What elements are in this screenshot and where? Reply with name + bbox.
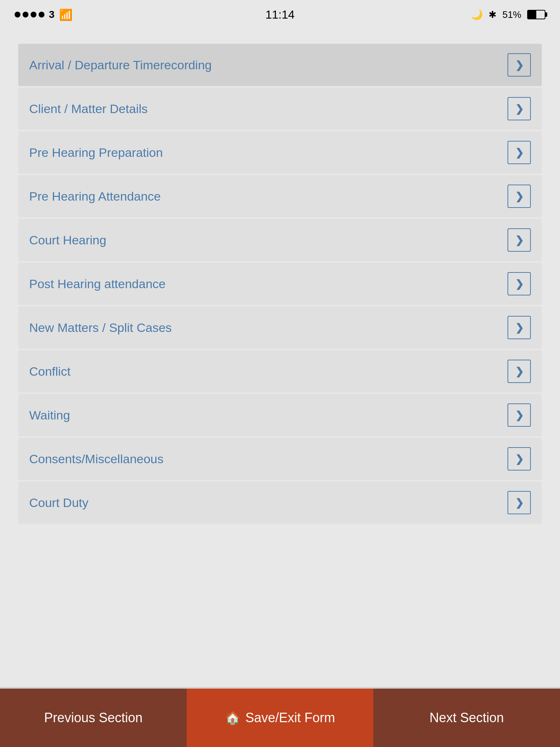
chevron-right-icon: ❯ — [515, 497, 524, 509]
chevron-right-icon: ❯ — [515, 147, 524, 159]
dot-2 — [23, 12, 28, 18]
bluetooth-icon: ✱ — [489, 9, 497, 20]
chevron-right-icon: ❯ — [515, 278, 524, 290]
chevron-right-icon: ❯ — [515, 409, 524, 421]
menu-item-label-8: Conflict — [29, 364, 70, 379]
dot-3 — [31, 12, 36, 18]
menu-item-5[interactable]: Court Hearing ❯ — [18, 219, 542, 261]
chevron-right-icon: ❯ — [515, 322, 524, 334]
menu-item-9[interactable]: Waiting ❯ — [18, 394, 542, 436]
menu-item-label-5: Court Hearing — [29, 233, 106, 247]
chevron-right-icon: ❯ — [515, 234, 524, 246]
signal-dots — [15, 12, 44, 18]
next-section-button[interactable]: Next Section — [373, 689, 560, 747]
chevron-right-icon: ❯ — [515, 190, 524, 202]
chevron-right-icon: ❯ — [515, 59, 524, 71]
menu-item-arrow-1: ❯ — [508, 53, 531, 77]
battery-fill — [528, 11, 536, 19]
menu-item-6[interactable]: Post Hearing attendance ❯ — [18, 263, 542, 305]
menu-item-arrow-9: ❯ — [508, 403, 531, 427]
menu-item-label-4: Pre Hearing Attendance — [29, 189, 161, 204]
status-right: 🌙 ✱ 51% — [471, 9, 545, 20]
menu-item-arrow-4: ❯ — [508, 185, 531, 208]
next-section-label: Next Section — [429, 710, 504, 725]
time-display: 11:14 — [265, 8, 295, 22]
menu-item-arrow-11: ❯ — [508, 491, 531, 514]
menu-item-label-1: Arrival / Departure Timerecording — [29, 58, 212, 72]
menu-item-arrow-3: ❯ — [508, 141, 531, 164]
menu-item-label-2: Client / Matter Details — [29, 102, 148, 116]
dot-4 — [39, 12, 44, 18]
menu-item-1[interactable]: Arrival / Departure Timerecording ❯ — [18, 44, 542, 86]
chevron-right-icon: ❯ — [515, 103, 524, 115]
wifi-icon: 📶 — [59, 8, 73, 21]
menu-item-label-6: Post Hearing attendance — [29, 277, 166, 291]
status-bar: 3 📶 11:14 🌙 ✱ 51% — [0, 0, 560, 29]
dot-1 — [15, 12, 20, 18]
menu-item-arrow-7: ❯ — [508, 316, 531, 339]
menu-item-7[interactable]: New Matters / Split Cases ❯ — [18, 306, 542, 349]
previous-section-button[interactable]: Previous Section — [0, 689, 187, 747]
carrier-label: 3 — [49, 9, 55, 20]
menu-item-3[interactable]: Pre Hearing Preparation ❯ — [18, 131, 542, 174]
chevron-right-icon: ❯ — [515, 365, 524, 378]
menu-item-arrow-10: ❯ — [508, 447, 531, 471]
battery-percent: 51% — [502, 9, 521, 20]
save-exit-label: Save/Exit Form — [245, 710, 335, 725]
menu-list: Arrival / Departure Timerecording ❯ Clie… — [18, 44, 542, 524]
menu-item-label-11: Court Duty — [29, 496, 89, 510]
menu-item-10[interactable]: Consents/Miscellaneous ❯ — [18, 438, 542, 480]
menu-item-arrow-8: ❯ — [508, 360, 531, 383]
chevron-right-icon: ❯ — [515, 453, 524, 465]
menu-item-arrow-5: ❯ — [508, 228, 531, 252]
bottom-nav: Previous Section 🏠 Save/Exit Form Next S… — [0, 689, 560, 747]
home-icon: 🏠 — [225, 711, 240, 725]
menu-item-label-7: New Matters / Split Cases — [29, 321, 172, 335]
menu-item-label-3: Pre Hearing Preparation — [29, 146, 163, 160]
menu-item-2[interactable]: Client / Matter Details ❯ — [18, 88, 542, 130]
battery-icon — [527, 10, 545, 19]
moon-icon: 🌙 — [471, 9, 483, 20]
menu-item-label-10: Consents/Miscellaneous — [29, 452, 164, 466]
nav-separator — [0, 687, 560, 689]
menu-item-label-9: Waiting — [29, 408, 70, 422]
save-exit-button[interactable]: 🏠 Save/Exit Form — [187, 689, 373, 747]
menu-item-arrow-2: ❯ — [508, 97, 531, 120]
menu-item-11[interactable]: Court Duty ❯ — [18, 481, 542, 524]
status-left: 3 📶 — [15, 8, 73, 21]
menu-item-4[interactable]: Pre Hearing Attendance ❯ — [18, 175, 542, 217]
main-content: Arrival / Departure Timerecording ❯ Clie… — [0, 29, 560, 540]
menu-item-8[interactable]: Conflict ❯ — [18, 350, 542, 392]
previous-section-label: Previous Section — [44, 710, 143, 725]
menu-item-arrow-6: ❯ — [508, 272, 531, 295]
